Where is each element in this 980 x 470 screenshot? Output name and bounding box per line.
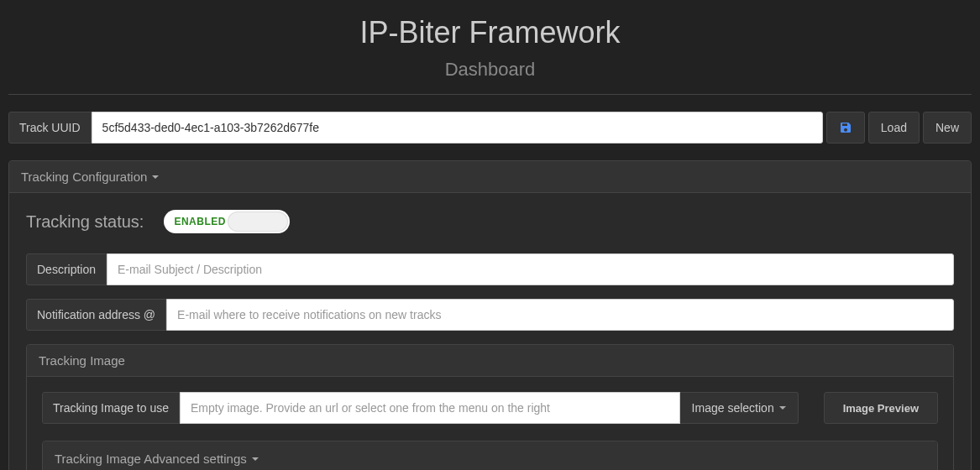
caret-down-icon	[252, 457, 259, 461]
track-uuid-row: Track UUID Load New	[8, 112, 972, 144]
tracking-image-row: Tracking Image to use Image selection Im…	[42, 392, 938, 424]
tracking-image-heading: Tracking Image	[27, 345, 953, 377]
app-subtitle: Dashboard	[8, 59, 972, 81]
tracking-status-label: Tracking status:	[26, 212, 144, 232]
tracking-config-panel: Tracking Configuration Tracking status: …	[8, 160, 972, 470]
divider	[8, 94, 972, 95]
tracking-image-advanced-label: Tracking Image Advanced settings	[55, 452, 247, 466]
description-input[interactable]	[107, 253, 954, 285]
load-button[interactable]: Load	[868, 112, 920, 144]
image-preview-button[interactable]: Image Preview	[824, 392, 938, 424]
tracking-image-advanced-heading[interactable]: Tracking Image Advanced settings	[43, 441, 937, 470]
tracking-config-heading[interactable]: Tracking Configuration	[9, 161, 971, 193]
new-button[interactable]: New	[923, 112, 972, 144]
app-title: IP-Biter Framework	[8, 15, 972, 50]
tracking-config-heading-label: Tracking Configuration	[21, 170, 147, 184]
save-button[interactable]	[826, 112, 865, 144]
caret-down-icon	[779, 406, 786, 410]
description-label: Description	[26, 253, 107, 285]
page-header: IP-Biter Framework Dashboard	[8, 0, 972, 89]
tracking-image-panel: Tracking Image Tracking Image to use Ima…	[26, 344, 954, 470]
track-uuid-label: Track UUID	[8, 112, 92, 144]
caret-down-icon	[152, 175, 159, 179]
tracking-image-use-label: Tracking Image to use	[42, 392, 180, 424]
description-row: Description	[26, 253, 954, 285]
status-row: Tracking status: ENABLED	[26, 210, 954, 233]
notification-label: Notification address @	[26, 299, 166, 331]
notification-row: Notification address @	[26, 299, 954, 331]
image-selection-button[interactable]: Image selection	[680, 392, 799, 424]
track-uuid-input[interactable]	[92, 112, 823, 144]
tracking-image-input[interactable]	[180, 392, 680, 424]
tracking-image-advanced-panel: Tracking Image Advanced settings	[42, 441, 938, 470]
tracking-status-toggle[interactable]: ENABLED	[164, 210, 290, 233]
toggle-knob	[228, 212, 288, 232]
image-selection-label: Image selection	[692, 401, 774, 415]
floppy-disk-icon	[839, 121, 852, 134]
toggle-text: ENABLED	[174, 216, 226, 227]
notification-input[interactable]	[166, 299, 954, 331]
